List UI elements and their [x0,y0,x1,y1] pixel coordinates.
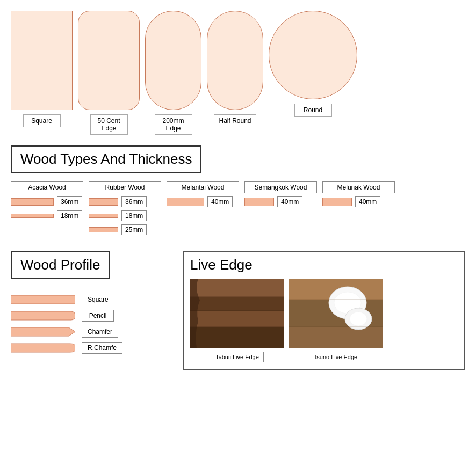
profile-label-chamfer: Chamfer [82,326,118,338]
wood-col-semangkok: Semangkok Wood 40mm [244,181,322,207]
square-shape [11,11,73,110]
slab-melunak-40 [322,198,352,206]
shape-item-round: Round [269,11,357,116]
tabuii-svg [190,279,284,348]
thickness-label-melunak-40: 40mm [355,196,380,207]
profile-shape-chamfer [11,326,75,338]
wood-columns: Acacia Wood 36mm 18mm Rubber Wood 36mm 1… [11,181,465,235]
wood-col-header-melantai: Melantai Wood [167,181,239,193]
shape-container-halfround [207,11,263,110]
shape-item-square: Square [11,11,73,127]
thickness-row-acacia-18: 18mm [11,210,83,221]
shape-label-50cent: 50 Cent Edge [90,114,128,135]
thickness-label-melantai-40: 40mm [207,196,233,207]
slab-melantai-40 [167,198,204,206]
svg-rect-0 [11,295,75,304]
shape-container-50cent [78,11,140,110]
live-edge-tsuno-container: Tsuno Live Edge [289,279,383,362]
wood-profile-section: Wood Profile Square Pencil [11,251,167,354]
profile-label-pencil: Pencil [82,310,114,322]
halfround-shape [207,11,263,110]
wood-types-title: Wood Types And Thickness [20,151,192,167]
wood-col-rubber: Rubber Wood 36mm 18mm 25mm [89,181,167,235]
svg-rect-3 [190,297,284,311]
live-edge-images: Tabuii Live Edge [190,279,458,362]
thickness-row-rubber-36: 36mm [89,196,161,207]
profile-rows: Square Pencil Chamfer R [11,294,167,354]
thickness-label-rubber-36: 36mm [121,196,147,207]
wood-col-header-melunak: Melunak Wood [322,181,395,193]
shape-gallery: Square 50 Cent Edge 200mm Edge Half Roun… [11,11,465,135]
round-shape [269,11,357,99]
svg-rect-12 [289,327,383,348]
live-edge-title: Live Edge [190,257,458,273]
thickness-label-rubber-25: 25mm [121,224,147,235]
svg-rect-2 [190,279,284,297]
svg-rect-5 [190,327,284,348]
profile-shape-rchamfer [11,342,75,354]
shape-label-round: Round [294,104,332,116]
shape-container-square [11,11,73,110]
shape-container-round [269,11,357,99]
thickness-label-acacia-36: 36mm [57,196,82,207]
slab-rubber-36 [89,198,118,206]
thickness-row-acacia-36: 36mm [11,196,83,207]
profile-shape-square [11,294,75,305]
live-edge-section: Live Edge [183,251,465,370]
live-edge-tabuii-image [190,279,284,348]
thickness-label-semangkok-40: 40mm [277,196,302,207]
profile-row-square: Square [11,294,167,305]
shape-label-200mm: 200mm Edge [155,114,192,135]
live-edge-tsuno-label: Tsuno Live Edge [309,352,362,362]
wood-types-section: Wood Types And Thickness Acacia Wood 36m… [11,145,465,235]
slab-acacia-36 [11,198,54,206]
shape-label-halfround: Half Round [214,114,256,127]
wood-profile-title: Wood Profile [20,257,100,273]
live-edge-tabuii-label: Tabuii Live Edge [211,352,264,362]
profile-label-square: Square [82,294,114,305]
wood-profile-title-box: Wood Profile [11,251,110,279]
profile-row-chamfer: Chamfer [11,326,167,338]
wood-col-acacia: Acacia Wood 36mm 18mm [11,181,89,221]
wood-types-title-box: Wood Types And Thickness [11,145,201,173]
200mm-shape [145,11,201,110]
wood-col-melunak: Melunak Wood 40mm [322,181,400,207]
bottom-section: Wood Profile Square Pencil [11,251,465,370]
thickness-row-melunak-40: 40mm [322,196,395,207]
thickness-row-rubber-18: 18mm [89,210,161,221]
50cent-shape [78,11,140,110]
thickness-row-semangkok-40: 40mm [244,196,317,207]
shape-item-50cent: 50 Cent Edge [78,11,140,135]
slab-rubber-18 [89,214,118,218]
thickness-label-rubber-18: 18mm [121,210,147,221]
svg-rect-4 [190,311,284,327]
profile-row-rchamfer: R.Chamfe [11,342,167,354]
slab-rubber-25 [89,227,118,232]
shape-label-square: Square [23,114,61,127]
live-edge-tsuno-image [289,279,383,348]
shape-item-200mm: 200mm Edge [145,11,201,135]
thickness-row-melantai-40: 40mm [167,196,239,207]
svg-point-16 [350,312,367,326]
live-edge-tabuii-container: Tabuii Live Edge [190,279,284,362]
thickness-row-rubber-25: 25mm [89,224,161,235]
wood-col-header-acacia: Acacia Wood [11,181,83,193]
thickness-label-acacia-18: 18mm [57,210,82,221]
live-edge-box: Live Edge [183,251,465,370]
wood-col-header-semangkok: Semangkok Wood [244,181,317,193]
profile-row-pencil: Pencil [11,310,167,322]
wood-col-header-rubber: Rubber Wood [89,181,161,193]
profile-label-rchamfer: R.Chamfe [82,342,122,354]
tsuno-svg [289,279,383,348]
profile-shape-pencil [11,310,75,322]
shape-container-200mm [145,11,201,110]
wood-col-melantai: Melantai Wood 40mm [167,181,244,207]
shape-item-halfround: Half Round [207,11,263,127]
slab-acacia-18 [11,214,54,218]
slab-semangkok-40 [244,198,274,206]
